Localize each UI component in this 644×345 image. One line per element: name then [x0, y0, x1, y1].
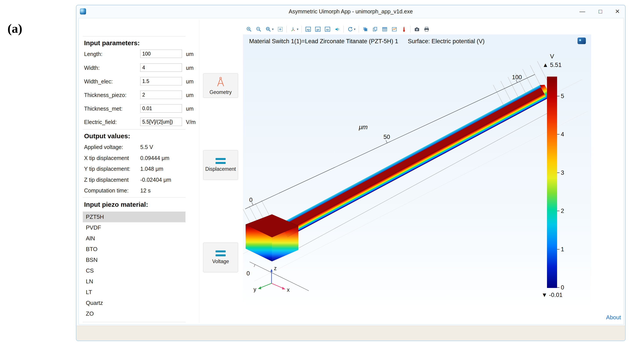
toolbar-separator	[344, 26, 344, 32]
zoom-in-icon	[246, 26, 252, 32]
output-value: 1.048 μm	[140, 165, 163, 172]
scene-light-icon	[334, 26, 340, 32]
toolbar-separator	[410, 26, 410, 32]
dropdown-caret-icon[interactable]: ▾	[272, 27, 275, 31]
width-input[interactable]	[140, 64, 182, 72]
colorbar-min-value: -0.01	[549, 292, 562, 298]
transparency-button[interactable]	[361, 25, 370, 34]
colorbar-tick	[557, 134, 560, 134]
transparency-icon	[362, 26, 368, 32]
zoom-in-button[interactable]	[244, 25, 254, 34]
output-label: Applied voltage:	[84, 143, 123, 151]
material-item-bto[interactable]: BTO	[83, 244, 186, 254]
wireframe-undeformed	[288, 94, 554, 249]
material-item-lt[interactable]: LT	[83, 287, 186, 298]
material-item-pvdf[interactable]: PVDF	[83, 222, 186, 233]
colorbar-tick	[557, 287, 560, 288]
equals-icon	[216, 250, 226, 256]
field-label: Thickness_piezo:	[84, 91, 126, 100]
thickness-met-input[interactable]	[140, 104, 182, 112]
separator	[83, 197, 186, 198]
field-unit: um	[186, 104, 194, 113]
colorbar	[547, 76, 557, 288]
about-link[interactable]: About	[601, 314, 621, 321]
minimize-button[interactable]: —	[577, 5, 588, 18]
material-item-cs[interactable]: CS	[83, 265, 186, 276]
field-label: Length:	[84, 50, 102, 58]
scene-light-button[interactable]	[332, 25, 342, 34]
voltage-button-label: Voltage	[212, 258, 229, 264]
reset-view-button[interactable]	[346, 25, 355, 34]
material-item-quartz[interactable]: Quartz	[83, 298, 186, 308]
electric-field-input[interactable]	[140, 118, 182, 126]
zoom-box-button[interactable]	[264, 25, 273, 34]
material-item-pzt5h[interactable]: PZT5H	[83, 212, 186, 222]
voltage-button[interactable]: Voltage	[203, 242, 238, 272]
figure-label: (a)	[8, 21, 22, 36]
geometry-button-label: Geometry	[210, 89, 232, 95]
view-xy-icon: xy	[306, 27, 311, 32]
graphics-panel: ▾ ▾	[243, 24, 591, 312]
outputs-heading: Output values:	[84, 132, 130, 140]
close-button[interactable]: ✕	[612, 5, 623, 18]
color-legend-button[interactable]	[399, 25, 408, 34]
input-row-width: Width: um	[84, 64, 202, 72]
equals-icon	[216, 158, 226, 164]
material-item-zo[interactable]: ZO	[83, 308, 186, 319]
length-input[interactable]	[140, 50, 182, 58]
colorbar-tick-label: 5	[561, 93, 576, 100]
zoom-extents-button[interactable]	[276, 25, 285, 34]
title-bar: Asymmetric Uimorph App - unimorph_app_v1…	[76, 5, 625, 18]
view-xy-button[interactable]: xy	[304, 25, 313, 34]
rotate-reset-icon	[347, 26, 353, 32]
material-item-ln[interactable]: LN	[83, 276, 186, 287]
geometry-button[interactable]: Geometry	[203, 73, 238, 98]
view-xz-icon: xz	[325, 27, 330, 32]
input-row-thickness-met: Thickness_met: um	[84, 104, 202, 113]
window-title: Asymmetric Uimorph App - unimorph_app_v1…	[76, 5, 625, 18]
colorbar-tick	[557, 172, 560, 173]
copy-image-button[interactable]	[370, 25, 380, 34]
field-label: Electric_field:	[84, 118, 117, 126]
axes-orientation-icon	[290, 26, 296, 32]
material-item-aln[interactable]: AlN	[83, 233, 186, 244]
dropdown-caret-icon[interactable]: ▾	[354, 27, 357, 31]
snapshot-button[interactable]	[412, 25, 422, 34]
material-item-bsn[interactable]: BSN	[83, 254, 186, 265]
maximize-button[interactable]: □	[595, 5, 606, 18]
displacement-button[interactable]: Displacement	[203, 150, 238, 180]
plot-image-button[interactable]	[390, 25, 399, 34]
view-xz-button[interactable]: xz	[323, 25, 332, 34]
table-button[interactable]	[380, 25, 389, 34]
colorbar-max-value: 5.51	[550, 62, 562, 68]
field-unit: um	[186, 64, 194, 72]
model-3d-view[interactable]: 0 50 100 μm 0	[243, 34, 591, 312]
triad-y-label: y	[254, 286, 256, 292]
print-button[interactable]	[422, 25, 431, 34]
content-area: Input parameters: Length: um Width: um W…	[78, 18, 624, 325]
colorbar-tick	[557, 249, 560, 250]
triad-z-label: z	[274, 265, 277, 271]
toolbar-separator	[286, 26, 287, 32]
view-orientation-button[interactable]	[288, 25, 298, 34]
zoom-out-button[interactable]	[254, 25, 263, 34]
axis-unit-label: μm	[359, 124, 368, 130]
width-elec-input[interactable]	[140, 77, 182, 85]
plot-canvas[interactable]: Material Switch 1(1)=Lead Zirconate Tita…	[243, 34, 591, 312]
separator	[83, 322, 186, 322]
displacement-button-label: Displacement	[205, 166, 236, 172]
dropdown-caret-icon[interactable]: ▾	[297, 27, 300, 31]
grid-icon	[382, 26, 388, 32]
axis-tick-100: 100	[512, 74, 522, 80]
thermometer-icon	[401, 26, 407, 32]
view-yz-button[interactable]: yz	[313, 25, 322, 34]
camera-icon	[414, 26, 420, 32]
toolbar-separator	[359, 26, 359, 32]
zoom-box-icon	[265, 26, 271, 32]
field-label: Width_elec:	[84, 77, 113, 86]
field-label: Thickness_met:	[84, 104, 122, 113]
thickness-piezo-input[interactable]	[140, 91, 182, 99]
material-list: PZT5H PVDF AlN BTO BSN CS LN LT Quartz Z…	[83, 212, 186, 319]
axis-tick-origin: 0	[246, 270, 250, 277]
output-value: 12 s	[140, 187, 150, 194]
